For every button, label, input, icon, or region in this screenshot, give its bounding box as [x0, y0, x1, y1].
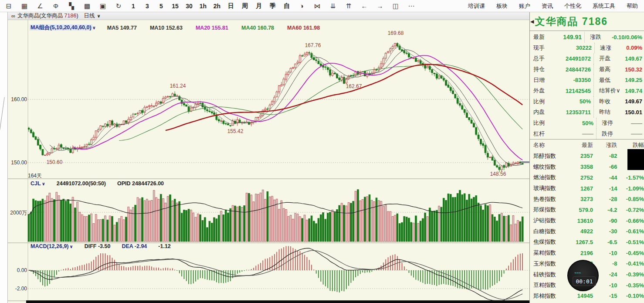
period-label[interactable]: 日线	[84, 12, 95, 20]
table-row[interactable]: 燃油指数2752-44-1.57%	[530, 172, 644, 183]
y-axis-label: -2.00	[8, 286, 27, 292]
collapse-panel-icon[interactable]: ◀	[530, 19, 535, 24]
chart-grid-icon[interactable]: ▩	[79, 1, 95, 11]
quote-row: 比例50%涨停——	[530, 118, 644, 129]
menu-item-6[interactable]: 系统工具	[593, 2, 615, 10]
period-button-周[interactable]: 周	[238, 1, 252, 11]
period-button-5[interactable]: 5	[154, 1, 168, 11]
expand-up-icon[interactable]: ⇈	[341, 1, 356, 11]
split-view-icon[interactable]: ⊟	[1, 1, 17, 11]
left-edge-panel	[0, 12, 8, 303]
period-button-2h[interactable]: 2h	[210, 1, 224, 11]
quote-value: ——	[629, 120, 644, 126]
volume-indicator-header: CJL∨ 24491072.00(50:50) OPID 24844726.00	[30, 180, 164, 187]
table-row[interactable]: 玻璃指数1267-14-1.09%	[530, 183, 644, 194]
macd-label[interactable]: MACD(12,26,9)	[30, 243, 70, 249]
price-annotation: 162.67	[346, 83, 362, 89]
chart-titlebar[interactable]: ∞ 文华商品(文华商品 7186) 日线 ∨	[8, 12, 529, 20]
quote-label: 最新	[530, 33, 551, 41]
period-button-自[interactable]: 自	[280, 1, 294, 11]
menu-item-5[interactable]: 个性化	[564, 2, 581, 10]
table-row[interactable]: 螺纹指数3358-66	[530, 161, 644, 172]
macd-indicator-header: MACD(12,26,9)∨ DIFF -3.50 DEA -2.94 -1.1…	[30, 243, 171, 249]
layout-icon[interactable]: ◫	[388, 1, 403, 11]
period-button-1[interactable]: 1	[126, 1, 140, 11]
index-pct: -0.45%	[617, 250, 644, 256]
table-row[interactable]: 郑煤指数579.0-4.2-0.72%	[530, 204, 644, 215]
period-button-日[interactable]: 日	[224, 1, 238, 11]
price-annotation: 148.56	[490, 171, 506, 177]
candlestick-icon[interactable]: Φ	[48, 1, 64, 11]
table-row[interactable]: 白糖指数4922-30-0.61%	[530, 226, 644, 237]
candlestick-chart[interactable]	[8, 20, 529, 303]
period-button-月[interactable]: 月	[252, 1, 266, 11]
index-name: 硅铁指数	[530, 271, 564, 279]
menu-item-3[interactable]: 账户	[519, 2, 530, 10]
more-icon[interactable]: ⋯	[403, 1, 419, 11]
index-change: -15	[593, 293, 617, 299]
chevron-down-icon[interactable]: ∨	[92, 25, 96, 30]
collapse-down-icon[interactable]: ⇊	[325, 1, 341, 11]
compress-icon[interactable]: ⋈	[309, 1, 325, 11]
table-icon[interactable]: ▦	[17, 1, 32, 11]
index-name: 郑醇指数	[530, 152, 564, 160]
quote-value: 149.74	[625, 88, 644, 94]
table-row[interactable]: 沪铝指数13610-90-0.66%	[530, 215, 644, 226]
period-button-1h[interactable]: 1h	[196, 1, 210, 11]
chevron-down-icon[interactable]: ∨	[42, 181, 45, 186]
table-row[interactable]: 菜粕指数2196-10-0.45%	[530, 248, 644, 259]
line-chart-icon[interactable]: ∠	[32, 1, 48, 11]
quote-panel: ◀ 文华商品 7186 最新149.91涨跌-0.10/0.06%现手30222…	[529, 12, 644, 303]
index-name: 玻璃指数	[530, 184, 564, 192]
ma-combo-label[interactable]: MA组合(5,10,20,40,60,0)	[30, 24, 92, 31]
index-pct: -0.35%	[617, 282, 644, 289]
contract-code: 7186	[64, 13, 77, 19]
column-header: 跌幅	[617, 141, 644, 149]
quote-value: 50%	[555, 120, 593, 126]
table-row[interactable]: 郑棉指数14945-15-0.10%	[530, 291, 644, 302]
quote-value: 150.32	[625, 66, 644, 73]
price-annotation: 169.68	[388, 30, 404, 36]
index-pct: -0.72%	[617, 207, 644, 213]
period-button-15[interactable]: 15	[168, 1, 182, 11]
index-pct: -0.85%	[617, 196, 644, 202]
price-annotation: 155.42	[227, 128, 244, 134]
chevron-down-icon[interactable]: ∨	[70, 244, 73, 249]
redaction-box	[627, 149, 644, 170]
quote-row: 持仓24844726最高150.32	[530, 64, 644, 75]
menu-item-7[interactable]: 帮助	[627, 2, 638, 10]
period-button-30[interactable]: 30	[182, 1, 196, 11]
index-name: 郑棉指数	[530, 292, 564, 300]
chevron-down-icon[interactable]: ∨	[97, 14, 101, 18]
chart-area[interactable]: MA组合(5,10,20,40,60,0)∨ MA5 149.77MA10 15…	[8, 20, 529, 303]
menu-item-1[interactable]: 培训课	[468, 2, 485, 10]
toolbar: ⊟▦∠Φ▚▩▣↻13515301h2h日周月季自◑⋈⇊⇈←→◫⋯ 培训课板块账户…	[0, 0, 644, 12]
next-icon[interactable]: →	[372, 1, 388, 11]
table-row[interactable]: 郑醇指数2357-82	[530, 151, 644, 162]
index-name: 玉米指数	[530, 260, 564, 268]
index-last: 4922	[564, 228, 593, 235]
menu-item-4[interactable]: 资讯	[542, 2, 553, 10]
period-button-3[interactable]: 3	[140, 1, 154, 11]
quote-row: 日增-83350最低149.25	[530, 75, 644, 85]
index-pct: -0.61%	[617, 228, 644, 235]
prev-icon[interactable]: ←	[356, 1, 372, 11]
quote-label: 杠杆	[530, 130, 555, 138]
period-button-季[interactable]: 季	[266, 1, 280, 11]
quote-label: 涨停	[596, 118, 629, 129]
eye-icon[interactable]: ◑	[294, 1, 309, 11]
cjl-label[interactable]: CJL	[30, 180, 42, 187]
table-row[interactable]: 热卷指数3273-28-0.85%	[530, 194, 644, 204]
waveform-icon: ⌁⌁⌁	[574, 270, 593, 276]
save-icon[interactable]: ▣	[95, 1, 111, 11]
refresh-icon[interactable]: ↻	[111, 1, 126, 11]
price-annotation: 150.60	[47, 159, 63, 165]
table-row[interactable]: 焦煤指数1267.5-6.5-0.51%	[530, 237, 644, 248]
index-last: 1267.5	[564, 239, 593, 245]
menu-item-2[interactable]: 板块	[496, 2, 508, 10]
index-change: -28	[593, 196, 617, 202]
index-pct: -1.57%	[617, 174, 644, 181]
multi-pane-icon[interactable]: ▚	[64, 1, 79, 11]
quote-value: 149.67	[625, 98, 644, 105]
index-name: 菜粕指数	[530, 249, 564, 257]
